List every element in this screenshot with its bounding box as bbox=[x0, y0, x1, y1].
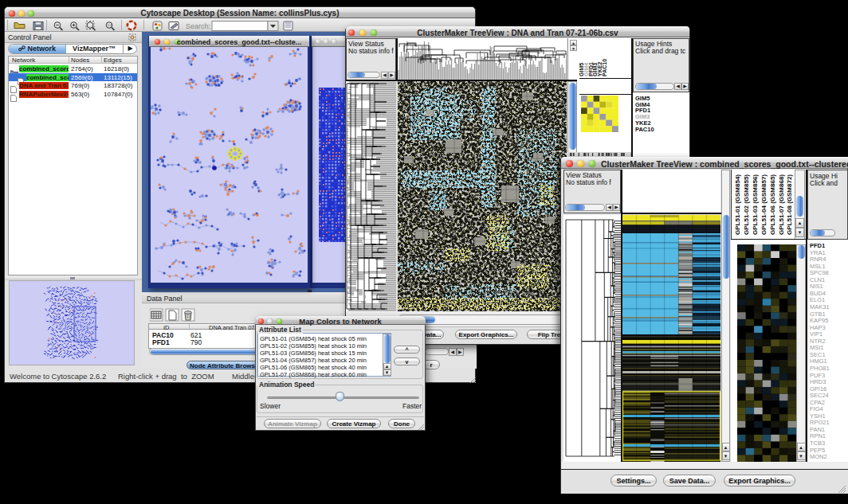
svg-text:1:1: 1:1 bbox=[108, 23, 112, 27]
svg-text:Search:: Search: bbox=[186, 22, 210, 30]
